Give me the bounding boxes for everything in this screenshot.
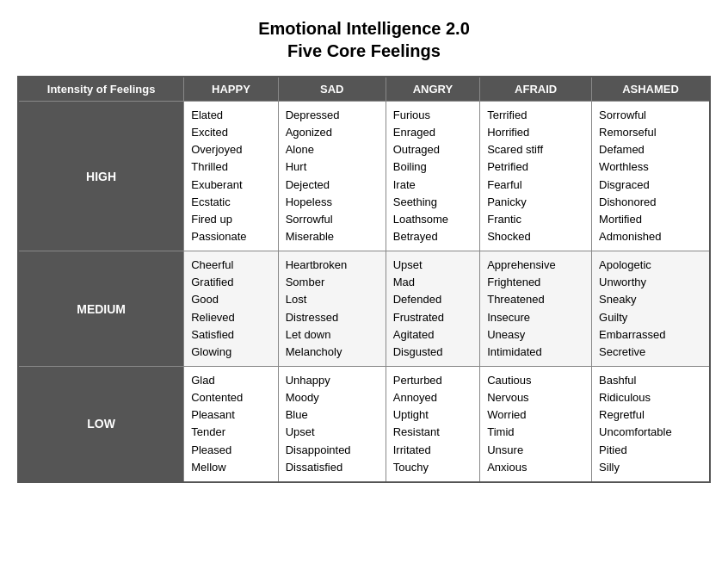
table-row-low: LOW Glad Contented Pleasant Tender Pleas…: [18, 366, 710, 481]
cell-low-angry: Perturbed Annoyed Uptight Resistant Irri…: [386, 366, 479, 481]
header-ashamed: ASHAMED: [592, 77, 710, 102]
intensity-high: HIGH: [18, 102, 184, 251]
title-line1: Emotional Intelligence 2.0: [258, 19, 470, 38]
table-header-row: Intensity of Feelings HAPPY SAD ANGRY AF…: [18, 77, 710, 102]
feelings-table: Intensity of Feelings HAPPY SAD ANGRY AF…: [17, 76, 711, 483]
cell-medium-ashamed: Apologetic Unworthy Sneaky Guilty Embarr…: [592, 251, 710, 367]
cell-high-afraid: Terrified Horrified Scared stiff Petrifi…: [480, 102, 592, 251]
cell-high-sad: Depressed Agonized Alone Hurt Dejected H…: [278, 102, 386, 251]
cell-high-happy: Elated Excited Overjoyed Thrilled Exuber…: [184, 102, 278, 251]
cell-medium-angry: Upset Mad Defended Frustrated Agitated D…: [386, 251, 479, 367]
page-title: Emotional Intelligence 2.0 Five Core Fee…: [17, 17, 711, 62]
cell-medium-sad: Heartbroken Somber Lost Distressed Let d…: [278, 251, 386, 367]
table-row-medium: MEDIUM Cheerful Gratified Good Relieved …: [18, 251, 710, 367]
cell-medium-happy: Cheerful Gratified Good Relieved Satisfi…: [184, 251, 278, 367]
title-line2: Five Core Feelings: [287, 41, 441, 60]
header-afraid: AFRAID: [480, 77, 592, 102]
intensity-low: LOW: [18, 366, 184, 481]
page-container: Emotional Intelligence 2.0 Five Core Fee…: [17, 17, 711, 483]
cell-high-angry: Furious Enraged Outraged Boiling Irate S…: [386, 102, 479, 251]
header-intensity: Intensity of Feelings: [18, 77, 184, 102]
cell-low-sad: Unhappy Moody Blue Upset Disappointed Di…: [278, 366, 386, 481]
header-angry: ANGRY: [386, 77, 479, 102]
intensity-medium: MEDIUM: [18, 251, 184, 367]
header-sad: SAD: [278, 77, 386, 102]
cell-low-ashamed: Bashful Ridiculous Regretful Uncomfortab…: [592, 366, 710, 481]
cell-low-afraid: Cautious Nervous Worried Timid Unsure An…: [480, 366, 592, 481]
cell-medium-afraid: Apprehensive Frightened Threatened Insec…: [480, 251, 592, 367]
cell-high-ashamed: Sorrowful Remorseful Defamed Worthless D…: [592, 102, 710, 251]
table-row-high: HIGH Elated Excited Overjoyed Thrilled E…: [18, 102, 710, 251]
cell-low-happy: Glad Contented Pleasant Tender Pleased M…: [184, 366, 278, 481]
header-happy: HAPPY: [184, 77, 278, 102]
